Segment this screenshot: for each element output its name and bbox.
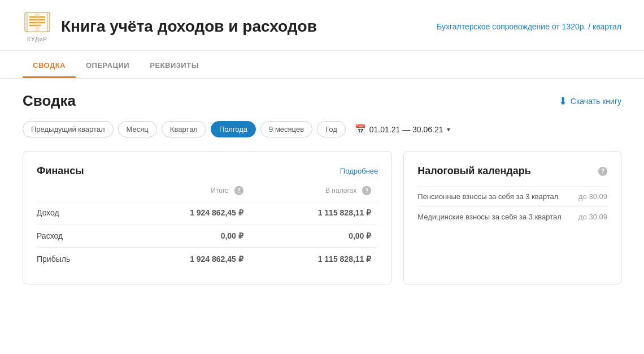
row-profit-label: Прибыль <box>37 248 122 271</box>
logo-container: КУДиР <box>23 10 52 42</box>
col-empty <box>37 186 122 201</box>
calendar-item: Пенсионные взносы за себя за 3 квартал д… <box>417 186 607 206</box>
finance-card: Финансы Подробнее Итого ? <box>23 151 392 284</box>
table-row: Прибыль 1 924 862,45 ₽ 1 115 828,11 ₽ <box>37 248 378 271</box>
calendar-title: Налоговый календарь <box>417 165 531 177</box>
calendar-icon: 📅 <box>355 124 366 135</box>
table-row: Доход 1 924 862,45 ₽ 1 115 828,11 ₽ <box>37 201 378 225</box>
tab-svodka[interactable]: СВОДКА <box>23 53 76 78</box>
logo-label: КУДиР <box>27 36 47 42</box>
period-halfyear[interactable]: Полгода <box>211 121 256 137</box>
cards-row: Финансы Подробнее Итого ? <box>23 151 621 284</box>
period-filters: Предыдущий квартал Месяц Квартал Полгода… <box>23 121 621 137</box>
calendar-item-0-label: Пенсионные взносы за себя за 3 квартал <box>417 192 558 201</box>
total-help-icon[interactable]: ? <box>234 186 243 195</box>
main-content: Сводка ⬇ Скачать книгу Предыдущий кварта… <box>0 79 644 298</box>
svg-rect-6 <box>35 12 40 32</box>
row-income-taxes: 1 115 828,11 ₽ <box>250 201 378 225</box>
row-expense-total: 0,00 ₽ <box>122 225 250 248</box>
logo-icon <box>23 10 52 35</box>
download-button[interactable]: ⬇ Скачать книгу <box>559 95 621 107</box>
download-icon: ⬇ <box>559 95 567 107</box>
col-taxes-header: В налогах ? <box>250 186 378 201</box>
calendar-item-0-date: до 30.09 <box>578 192 607 201</box>
period-year[interactable]: Год <box>317 121 346 137</box>
date-range-picker[interactable]: 📅 01.01.21 — 30.06.21 ▾ <box>355 124 450 135</box>
finance-card-header: Финансы Подробнее <box>37 165 378 177</box>
finance-title: Финансы <box>37 165 84 177</box>
taxes-help-icon[interactable]: ? <box>362 186 371 195</box>
row-expense-label: Расход <box>37 225 122 248</box>
period-quarter[interactable]: Квартал <box>162 121 206 137</box>
calendar-item-1-date: до 30.09 <box>578 213 607 221</box>
col-total-header: Итого ? <box>122 186 250 201</box>
period-month[interactable]: Месяц <box>118 121 157 137</box>
row-income-total: 1 924 862,45 ₽ <box>122 201 250 225</box>
header: КУДиР Книга учёта доходов и расходов Бух… <box>0 0 644 51</box>
calendar-item: Медицинские взносы за себя за 3 квартал … <box>417 206 607 227</box>
date-range-value: 01.01.21 — 30.06.21 <box>369 125 443 134</box>
row-income-label: Доход <box>37 201 122 225</box>
period-prev-quarter[interactable]: Предыдущий квартал <box>23 121 114 137</box>
calendar-item-1-label: Медицинские взносы за себя за 3 квартал <box>417 213 562 221</box>
promo-link[interactable]: Бухгалтерское сопровождение от 1320р. / … <box>437 22 621 31</box>
row-profit-total: 1 924 862,45 ₽ <box>122 248 250 271</box>
row-expense-taxes: 0,00 ₽ <box>250 225 378 248</box>
finance-table: Итого ? В налогах ? <box>37 186 378 270</box>
calendar-card-header: Налоговый календарь ? <box>417 165 607 177</box>
chevron-down-icon: ▾ <box>447 126 450 133</box>
period-9months[interactable]: 9 месяцев <box>260 121 312 137</box>
calendar-card: Налоговый календарь ? Пенсионные взносы … <box>403 151 621 284</box>
download-label: Скачать книгу <box>571 97 621 106</box>
table-row: Расход 0,00 ₽ 0,00 ₽ <box>37 225 378 248</box>
tab-operations[interactable]: ОПЕРАЦИИ <box>76 53 140 78</box>
nav-tabs: СВОДКА ОПЕРАЦИИ РЕКВИЗИТЫ <box>0 53 644 79</box>
page-header: Сводка ⬇ Скачать книгу <box>23 92 621 110</box>
page-main-title: Книга учёта доходов и расходов <box>61 18 317 36</box>
row-profit-taxes: 1 115 828,11 ₽ <box>250 248 378 271</box>
finance-detail-link[interactable]: Подробнее <box>340 167 378 175</box>
calendar-help-icon[interactable]: ? <box>598 167 607 176</box>
header-left: КУДиР Книга учёта доходов и расходов <box>23 10 317 42</box>
tab-requisites[interactable]: РЕКВИЗИТЫ <box>140 53 209 78</box>
page-title: Сводка <box>23 92 76 110</box>
